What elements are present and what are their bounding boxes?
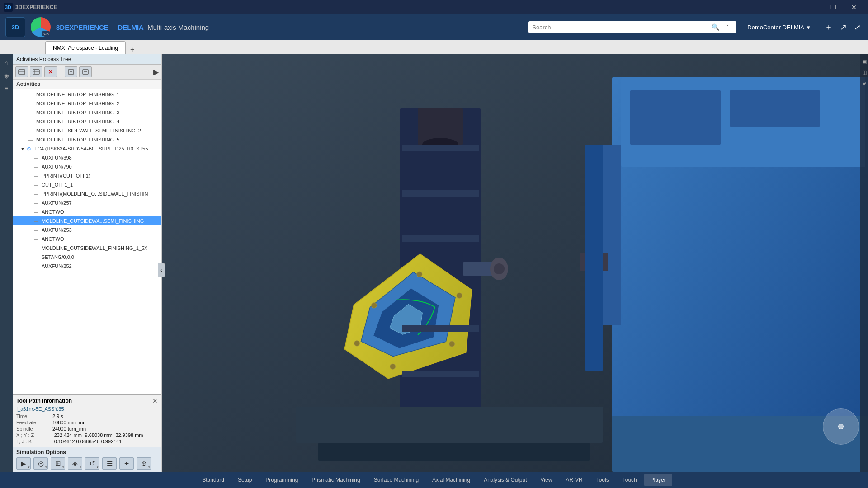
list-sim-tool[interactable]: ☰ — [102, 457, 117, 470]
left-icon-shapes[interactable]: ◈ — [1, 70, 11, 80]
tree-expand-icon: ▼ — [20, 146, 25, 151]
compass-dot — [838, 424, 844, 429]
tab-nmx-aerospace[interactable]: NMX_Aerospace - Leading — [45, 41, 126, 54]
tree-section-label: Activities — [16, 81, 40, 87]
close-button[interactable]: ✕ — [844, 0, 864, 14]
bottom-menu-bar: StandardSetupProgrammingPrismatic Machin… — [0, 472, 868, 488]
tree-item[interactable]: —AUXFUN/398 — [13, 153, 161, 162]
tpi-close-button[interactable]: ✕ — [152, 397, 158, 404]
panel-toolbar: ✕ ▶ — [13, 65, 161, 80]
tree-op-icon: — — [27, 91, 34, 98]
svg-rect-35 — [402, 235, 479, 242]
tree-item-label: AUXFUN/252 — [42, 263, 72, 269]
expand-button[interactable]: ⤢ — [852, 20, 863, 34]
search-input[interactable] — [532, 24, 709, 31]
tree-item[interactable]: —MOLDELINE_RIBTOP_FINISHING_4 — [13, 117, 161, 126]
tpi-row-value: -232.424 mm -9.68038 mm -32.9398 mm — [52, 432, 158, 438]
svg-rect-36 — [402, 325, 479, 332]
bottom-menu-tab-analysis--output[interactable]: Analysis & Output — [477, 474, 533, 486]
tree-op-icon: — — [33, 227, 40, 233]
bottom-menu-tab-prismatic-machining[interactable]: Prismatic Machining — [305, 474, 366, 486]
tree-section-header: Activities — [13, 80, 161, 89]
left-icon-home[interactable]: ⌂ — [1, 58, 11, 68]
add-button[interactable]: ＋ — [823, 20, 835, 34]
tree-item[interactable]: —MOLDELINE_RIBTOP_FINISHING_3 — [13, 108, 161, 117]
svg-rect-38 — [296, 407, 603, 443]
share-button[interactable]: ↗ — [838, 20, 849, 34]
tree-item[interactable]: —AUXFUN/790 — [13, 162, 161, 171]
panel-header: Activities Process Tree — [13, 54, 161, 65]
tab-bar: NMX_Aerospace - Leading + — [0, 40, 868, 54]
tab-add-button[interactable]: + — [127, 46, 138, 54]
tree-item[interactable]: —PPRINT/(MOLDLINE_O...SIDEWALL_FINISHIN — [13, 189, 161, 198]
tree-item-label: MOLDELINE_RIBTOP_FINISHING_1 — [36, 92, 119, 97]
bottom-menu-tab-view[interactable]: View — [534, 474, 559, 486]
left-icon-tree[interactable]: ≡ — [1, 83, 11, 93]
plus-sim-tool[interactable]: ⊕▾ — [137, 457, 151, 470]
tpi-row-value: 10800 mm_mn — [52, 420, 158, 425]
bottom-menu-tab-axial-machining[interactable]: Axial Machining — [426, 474, 476, 486]
toolbar-more-arrow[interactable]: ▶ — [153, 68, 159, 76]
bottom-menu-tab-surface-machining[interactable]: Surface Machining — [368, 474, 425, 486]
bottom-menu-tab-standard[interactable]: Standard — [196, 474, 231, 486]
right-icon-1[interactable]: ▣ — [861, 58, 868, 65]
bottom-menu-tab-setup[interactable]: Setup — [231, 474, 258, 486]
svg-rect-10 — [630, 90, 721, 145]
bottom-menu-tab-touch[interactable]: Touch — [616, 474, 643, 486]
app-brand-text: DELMIA — [118, 23, 144, 31]
toolbar-btn-delete[interactable]: ✕ — [44, 66, 57, 77]
panel-collapse-handle[interactable]: ‹ — [158, 263, 165, 277]
svg-rect-2 — [33, 70, 39, 74]
tpi-row: I ; J : K-0.104612 0.0686548 0.992141 — [16, 439, 158, 444]
toolbar-btn-expand[interactable] — [65, 66, 77, 77]
right-icon-2[interactable]: ◫ — [861, 69, 868, 76]
user-area[interactable]: DemoCenter DELMIA ▾ — [747, 24, 810, 31]
target-sim-tool[interactable]: ◈▾ — [68, 457, 82, 470]
tree-item[interactable]: —CUT_OFF1_1 — [13, 180, 161, 189]
minimize-button[interactable]: — — [802, 0, 823, 14]
bottom-menu-tab-player[interactable]: Player — [644, 474, 672, 486]
tree-item[interactable]: ▼⚙TC4 (HSK63A-SRD25A-B0...SURF_D25_R0_ST… — [13, 144, 161, 153]
tree-op-icon: — — [27, 118, 34, 125]
eye-sim-tool[interactable]: ◎▾ — [33, 457, 48, 470]
tree-item[interactable]: —MOLDLINE_OUTSIDEWA...SEMI_FINISHING — [13, 216, 161, 225]
bottom-menu-tab-programming[interactable]: Programming — [259, 474, 304, 486]
right-icon-3[interactable]: ⊕ — [861, 80, 868, 87]
dropdown-arrow-icon: ▾ — [97, 465, 99, 469]
star-sim-tool[interactable]: ✦ — [119, 457, 134, 470]
tree-op-icon: — — [33, 263, 40, 269]
tab-label: NMX_Aerospace - Leading — [53, 45, 118, 51]
tree-item-label: AUXFUN/398 — [42, 155, 72, 160]
app-title-text: 3DEXPERIENCE — [56, 23, 108, 31]
tree-item[interactable]: —AUXFUN/252 — [13, 262, 161, 271]
tree-item[interactable]: —AUXFUN/253 — [13, 225, 161, 235]
tree-item-label: AUXFUN/790 — [42, 164, 72, 169]
grid-sim-tool[interactable]: ⊞▾ — [51, 457, 65, 470]
toolbar-btn-collapse[interactable] — [79, 66, 92, 77]
tree-item[interactable]: —ANGTWO — [13, 235, 161, 244]
tag-icon[interactable]: 🏷 — [726, 23, 733, 31]
toolbar-btn-link[interactable] — [15, 66, 28, 77]
tree-item[interactable]: —ANGTWO — [13, 207, 161, 216]
bottom-menu-tab-ar-vr[interactable]: AR-VR — [559, 474, 589, 486]
undo-sim-tool[interactable]: ↺▾ — [85, 457, 99, 470]
tree-item[interactable]: —SETANG/0,0,0 — [13, 253, 161, 262]
tree-item-label: PPRINT/(MOLDLINE_O...SIDEWALL_FINISHIN — [42, 191, 148, 197]
tree-item[interactable]: —MOLDELINE_RIBTOP_FINISHING_5 — [13, 135, 161, 144]
search-icon[interactable]: 🔍 — [712, 23, 719, 31]
tree-item[interactable]: —MOLDELINE_RIBTOP_FINISHING_1 — [13, 90, 161, 99]
tool-path-info: Tool Path Information ✕ I_a61nx-5E_ASSY.… — [13, 394, 161, 447]
play-sim-tool[interactable]: ▶▾ — [16, 457, 31, 470]
tree-item[interactable]: —MOLDELINE_RIBTOP_FINISHING_2 — [13, 99, 161, 108]
tree-item-label: AUXFUN/253 — [42, 227, 72, 233]
tree-item[interactable]: —MOLDLINE_OUTSIDEWALL_FINISHING_1_5X — [13, 244, 161, 253]
tree-item[interactable]: —AUXFUN/257 — [13, 198, 161, 207]
toolbar-btn-filter[interactable] — [30, 66, 42, 77]
maximize-button[interactable]: ❐ — [823, 0, 844, 14]
tree-item[interactable]: —PPRINT/(CUT_OFF1) — [13, 171, 161, 180]
tree-item[interactable]: —MOLDELINE_SIDEWALL_SEMI_FINISHING_2 — [13, 126, 161, 135]
dropdown-arrow-icon: ▾ — [62, 465, 64, 469]
bottom-menu-tab-tools[interactable]: Tools — [590, 474, 615, 486]
app-logo: 3D — [5, 17, 25, 37]
tpi-row-label: Time — [16, 413, 52, 419]
